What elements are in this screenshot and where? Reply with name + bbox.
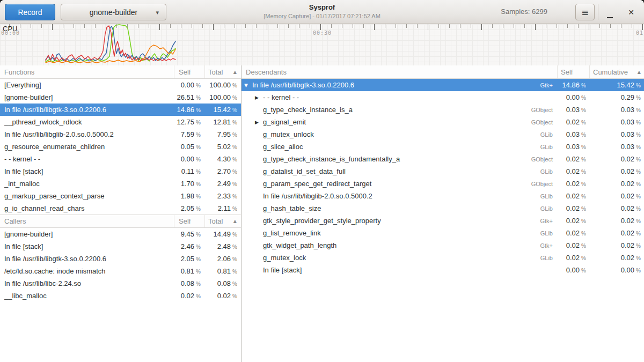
table-row[interactable]: _int_malloc1.70%2.49%: [0, 178, 241, 190]
total-value-number: 2.48: [217, 242, 231, 250]
table-row[interactable]: [gnome-builder]26.51%100.00%: [0, 91, 241, 104]
table-row[interactable]: gtk_widget_path_lengthGtk+0.02%0.02%: [241, 239, 644, 252]
total-value: 2.33%: [204, 192, 241, 200]
callers-total-column-header[interactable]: Total ▲: [204, 215, 241, 227]
cpu-graph[interactable]: CPU 00:00 00:30 01:00: [0, 24, 644, 65]
self-value: 0.02%: [557, 204, 589, 212]
cumulative-value: 0.02%: [589, 167, 644, 175]
functions-column-header[interactable]: Functions: [0, 65, 174, 78]
table-row[interactable]: g_markup_parse_context_parse1.98%2.33%: [0, 190, 241, 202]
self-value: 0.08%: [174, 279, 204, 287]
cumulative-value-number: 0.03: [621, 106, 634, 114]
library-tag: GLib: [514, 230, 557, 237]
self-value: 0.00%: [557, 93, 589, 101]
percent-sign: %: [232, 144, 237, 150]
cumulative-value: 0.03%: [589, 143, 644, 151]
library-tag: GObject: [514, 181, 557, 187]
table-row[interactable]: g_param_spec_get_redirect_targetGObject0…: [241, 178, 644, 190]
callers-table-body: [gnome-builder]9.45%14.49%In file [stack…: [0, 228, 241, 302]
table-row[interactable]: In file /usr/lib/libglib-2.0.so.0.5000.2…: [0, 128, 241, 141]
functions-total-column-header[interactable]: Total ▲: [204, 65, 241, 78]
self-value-number: 14.86: [177, 106, 195, 114]
table-row[interactable]: g_list_remove_linkGLib0.02%0.02%: [241, 227, 644, 239]
table-row[interactable]: g_type_check_instance_is_fundamentally_a…: [241, 153, 644, 165]
table-row[interactable]: g_hash_table_sizeGLib0.02%0.02%: [241, 202, 644, 215]
table-row[interactable]: ▶g_signal_emitGObject0.02%0.03%: [241, 116, 644, 128]
percent-sign: %: [636, 206, 641, 212]
expander-icon[interactable]: ▶: [255, 95, 262, 100]
descendants-column-header[interactable]: Descendants: [241, 65, 557, 78]
self-value-number: 12.75: [177, 118, 195, 126]
percent-sign: %: [581, 255, 586, 261]
table-row[interactable]: __pthread_rwlock_rdlock12.75%12.81%: [0, 116, 241, 128]
record-button[interactable]: Record: [5, 4, 55, 20]
total-value: 0.08%: [204, 279, 241, 287]
table-row[interactable]: ▼In file /usr/lib/libgtk-3.so.0.2200.6Gt…: [241, 79, 644, 91]
function-name-cell: /etc/ld.so.cache: inode mismatch: [0, 267, 174, 275]
percent-sign: %: [636, 120, 641, 125]
table-row[interactable]: In file /usr/lib/libc-2.24.so0.08%0.08%: [0, 277, 241, 290]
function-name-cell: In file /usr/lib/libglib-2.0.so.0.5000.2: [0, 130, 174, 138]
library-tag: GLib: [514, 168, 557, 175]
table-row[interactable]: g_mutex_unlockGLib0.03%0.03%: [241, 128, 644, 141]
total-value-number: 0.08: [217, 279, 231, 287]
percent-sign: %: [232, 157, 237, 162]
minimize-button[interactable]: [601, 4, 619, 20]
total-value-number: 5.02: [217, 143, 231, 151]
functions-self-column-header[interactable]: Self: [174, 65, 204, 78]
function-name-cell: _int_malloc: [0, 180, 174, 188]
self-value: 12.75%: [174, 118, 204, 126]
percent-sign: %: [581, 194, 586, 200]
descendants-self-column-header[interactable]: Self: [557, 65, 589, 78]
menu-button[interactable]: ≡: [575, 4, 595, 20]
process-selector-dropdown[interactable]: gnome-builder ▾: [61, 4, 166, 20]
table-row[interactable]: [Everything]0.00%100.00%: [0, 79, 241, 91]
table-row[interactable]: [gnome-builder]9.45%14.49%: [0, 228, 241, 240]
titlebar: Record gnome-builder ▾ Sysprof [Memory C…: [0, 0, 644, 24]
total-value-number: 0.02: [217, 292, 231, 300]
expander-icon[interactable]: ▶: [255, 120, 262, 125]
table-row[interactable]: In file /usr/lib/libgtk-3.so.0.2200.614.…: [0, 104, 241, 116]
total-value: 0.81%: [204, 267, 241, 275]
callers-column-header[interactable]: Callers: [0, 215, 174, 227]
descendant-name: In file [stack]: [263, 266, 302, 274]
percent-sign: %: [581, 83, 586, 88]
self-value-number: 0.02: [566, 192, 580, 200]
descendant-name-cell: g_slice_alloc: [241, 143, 514, 151]
table-row[interactable]: In file [stack]0.00%0.00%: [241, 264, 644, 276]
table-row[interactable]: In file /usr/lib/libgtk-3.so.0.2200.62.0…: [0, 253, 241, 265]
table-row[interactable]: g_io_channel_read_chars2.05%2.11%: [0, 202, 241, 215]
sysprof-window: Record gnome-builder ▾ Sysprof [Memory C…: [0, 0, 644, 362]
table-row[interactable]: In file [stack]0.11%2.70%: [0, 165, 241, 178]
self-value-number: 0.11: [181, 167, 194, 175]
table-row[interactable]: - - kernel - -0.00%4.30%: [0, 153, 241, 165]
cumulative-value-number: 0.03: [621, 130, 634, 138]
callers-self-column-header[interactable]: Self: [174, 215, 204, 227]
function-name-cell: g_io_channel_read_chars: [0, 204, 174, 212]
percent-sign: %: [581, 169, 586, 175]
table-row[interactable]: ▶- - kernel - -0.00%0.29%: [241, 91, 644, 104]
percent-sign: %: [636, 218, 641, 224]
table-row[interactable]: g_mutex_lockGLib0.02%0.02%: [241, 252, 644, 264]
chevron-down-icon: ▾: [156, 9, 159, 16]
function-name-cell: [gnome-builder]: [0, 93, 174, 101]
table-row[interactable]: g_slice_allocGLib0.03%0.03%: [241, 141, 644, 153]
descendants-cumulative-column-header[interactable]: Cumulative ▲: [589, 65, 644, 78]
cumulative-value-number: 0.03: [621, 118, 634, 126]
table-row[interactable]: g_type_check_instance_is_aGObject0.03%0.…: [241, 104, 644, 116]
self-value-number: 0.81: [181, 267, 194, 275]
descendants-cumulative-label: Cumulative: [593, 68, 628, 76]
table-row[interactable]: /etc/ld.so.cache: inode mismatch0.81%0.8…: [0, 265, 241, 277]
table-row[interactable]: In file /usr/lib/libglib-2.0.so.0.5000.2…: [241, 190, 644, 202]
table-row[interactable]: In file [stack]2.46%2.48%: [0, 240, 241, 253]
table-row[interactable]: __libc_malloc0.02%0.02%: [0, 290, 241, 302]
self-value: 0.03%: [557, 106, 589, 114]
self-value-number: 7.59: [181, 130, 194, 138]
table-row[interactable]: gtk_style_provider_get_style_propertyGtk…: [241, 215, 644, 227]
self-value-number: 0.02: [566, 155, 580, 163]
self-value: 1.70%: [174, 180, 204, 188]
close-button[interactable]: ✕: [622, 4, 640, 20]
expander-icon[interactable]: ▼: [244, 83, 251, 88]
table-row[interactable]: g_resource_enumerate_children0.05%5.02%: [0, 141, 241, 153]
table-row[interactable]: g_datalist_id_set_data_fullGLib0.02%0.02…: [241, 165, 644, 178]
